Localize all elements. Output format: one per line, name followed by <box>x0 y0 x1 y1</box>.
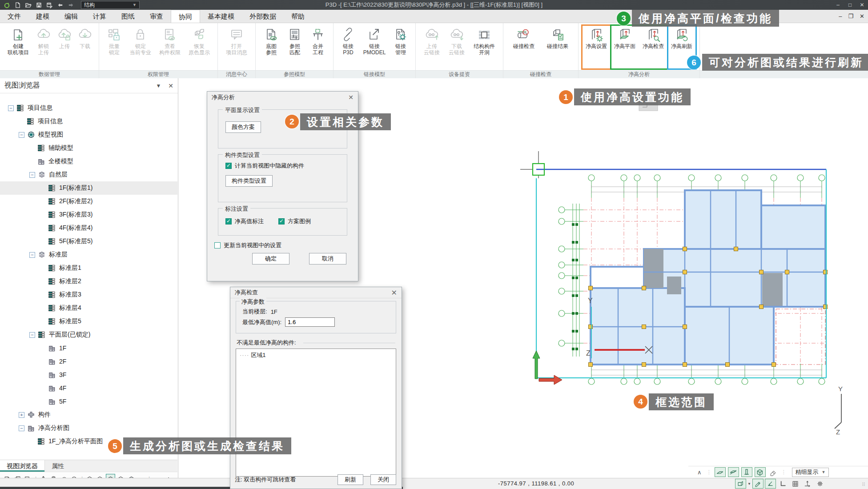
unlock-upload-button[interactable]: 解锁上传 <box>33 23 54 70</box>
upload-cloud-link-button[interactable]: 上传云链接 <box>420 23 444 70</box>
menu-collab[interactable]: 协同 <box>171 10 200 23</box>
tree-item-std-floor-1[interactable]: 标准层1 <box>0 261 177 275</box>
color-scheme-button[interactable]: 颜色方案 <box>225 121 261 133</box>
tree-item-floor-1f[interactable]: 1F(标准层1) <box>0 181 177 195</box>
menu-edit[interactable]: 编辑 <box>57 10 85 23</box>
tab-view-browser[interactable]: 视图浏览器 <box>0 460 45 472</box>
open-project-messages-button[interactable]: 打开项目消息 <box>222 23 251 70</box>
draw-line-button[interactable] <box>752 479 764 489</box>
panel-dropdown-icon[interactable]: ▼ <box>156 83 161 89</box>
menu-modeling[interactable]: 建模 <box>28 10 57 23</box>
structural-opening-button[interactable]: 结构构件开洞 <box>470 23 499 70</box>
resize-grip[interactable]: ⠿ <box>862 482 866 488</box>
tree-item-whole-building-model[interactable]: 全楼模型 <box>0 155 177 168</box>
column-display-button[interactable] <box>741 467 752 477</box>
solid-display-button[interactable] <box>755 467 766 477</box>
batch-lock-button[interactable]: 批量锁定 <box>103 23 125 70</box>
reference-match-button[interactable]: 参照匹配 <box>284 23 306 70</box>
collision-check-button[interactable]: 碰撞检查 <box>507 23 540 70</box>
save-icon[interactable] <box>35 1 43 9</box>
tree-item-plan-floors-locked[interactable]: −平面层(已锁定) <box>0 328 177 341</box>
calc-hidden-checkbox[interactable] <box>225 163 232 169</box>
tree-item-std-floor-5[interactable]: 标准层5 <box>0 315 177 328</box>
tree-item-model-views[interactable]: −模型视图 <box>0 128 177 141</box>
maximize-button[interactable]: □ <box>844 0 856 10</box>
tree-item-floor-4f[interactable]: 4F(标准层4) <box>0 221 177 235</box>
upload-button[interactable]: 上传 <box>55 23 74 70</box>
menu-review[interactable]: 审查 <box>142 10 171 23</box>
unsatisfied-components-list[interactable]: 区域1 <box>236 349 396 477</box>
tree-item-plan-1f[interactable]: 1F <box>0 341 177 355</box>
grid-toggle-button[interactable] <box>790 479 801 489</box>
download-button[interactable]: 下载 <box>75 23 95 70</box>
merge-project-button[interactable]: 合并工程 <box>307 23 329 70</box>
collapse-strip-button[interactable]: ∧ <box>695 469 704 476</box>
menu-external-data[interactable]: 外部数据 <box>242 10 284 23</box>
tree-item-plan-4f[interactable]: 4F <box>0 381 177 395</box>
new-file-icon[interactable] <box>13 1 21 9</box>
tree-item-clear-height-diagrams[interactable]: −净高分析图 <box>0 421 177 435</box>
minimize-button[interactable]: – <box>832 0 844 10</box>
snap-dropdown-arrow[interactable]: ▼ <box>747 482 751 486</box>
mdi-minimize-button[interactable]: – <box>839 13 842 20</box>
angle-snap-button[interactable] <box>765 479 776 489</box>
settings-button[interactable] <box>815 479 826 489</box>
close-icon[interactable]: ✕ <box>391 289 397 297</box>
redo-icon[interactable] <box>67 1 75 9</box>
min-height-input[interactable] <box>285 317 335 327</box>
update-view-checkbox[interactable] <box>214 242 221 249</box>
tree-item-std-floor-4[interactable]: 标准层4 <box>0 301 177 315</box>
height-value-checkbox[interactable] <box>225 218 232 224</box>
close-icon[interactable]: ✕ <box>348 94 354 101</box>
collapse-icon[interactable]: − <box>29 332 35 338</box>
create-online-project-button[interactable]: 创建联机项目 <box>4 23 32 70</box>
discipline-selector[interactable]: 结构▼ <box>81 1 140 9</box>
menu-file[interactable]: 文件 <box>0 10 28 23</box>
tree-item-aux-model[interactable]: 辅助模型 <box>0 141 177 155</box>
close-button[interactable]: 关闭 <box>370 474 396 485</box>
undo-icon[interactable] <box>56 1 64 9</box>
panel-close-icon[interactable]: ✕ <box>168 82 173 89</box>
collision-result-button[interactable]: 碰撞结果 <box>541 23 574 70</box>
expand-icon[interactable]: + <box>19 412 24 418</box>
tree-item-natural-floors[interactable]: −自然层 <box>0 168 177 181</box>
tree-item-std-floor-2[interactable]: 标准层2 <box>0 275 177 288</box>
restore-original-colors-button[interactable]: 恢复原色显示 <box>185 23 213 70</box>
download-cloud-link-button[interactable]: 下载云链接 <box>445 23 469 70</box>
tree-item-std-floor-3[interactable]: 标准层3 <box>0 288 177 301</box>
close-button[interactable]: ✕ <box>856 0 868 10</box>
slab-display-button[interactable] <box>715 467 726 477</box>
menu-basic-modeling[interactable]: 基本建模 <box>200 10 242 23</box>
axis-toggle-button[interactable] <box>802 479 813 489</box>
collapse-icon[interactable]: − <box>29 252 35 258</box>
mdi-close-button[interactable]: ✕ <box>860 13 864 20</box>
list-item-region[interactable]: 区域1 <box>240 351 392 359</box>
tab-properties[interactable]: 属性 <box>45 460 71 472</box>
tree-item-plan-2f[interactable]: 2F <box>0 355 177 368</box>
dialog-title-bar[interactable]: 净高检查 ✕ <box>230 287 402 298</box>
base-map-reference-button[interactable]: 底图参照 <box>260 23 283 70</box>
snap-settings-button[interactable] <box>735 479 746 489</box>
tree-item-plan-5f[interactable]: 5F <box>0 395 177 408</box>
tree-item-floor-5f[interactable]: 5F(标准层5) <box>0 235 177 248</box>
legend-checkbox[interactable] <box>278 218 285 224</box>
menu-calc[interactable]: 计算 <box>85 10 114 23</box>
link-pmodel-button[interactable]: 链接PMODEL <box>360 23 389 70</box>
collapse-icon[interactable]: − <box>29 172 35 178</box>
clear-height-settings-button[interactable]: 净高设置 <box>583 23 610 70</box>
menu-sheets[interactable]: 图纸 <box>114 10 142 23</box>
open-file-icon[interactable] <box>24 1 32 9</box>
tree-item-proj-info-root[interactable]: −项目信息 <box>0 101 177 115</box>
lock-current-discipline-button[interactable]: 锁定当前专业 <box>126 23 155 70</box>
cancel-button[interactable]: 取消 <box>309 253 346 265</box>
tree-item-components[interactable]: +构件 <box>0 408 177 421</box>
mdi-restore-button[interactable]: ❐ <box>848 13 853 20</box>
ortho-button[interactable] <box>777 479 788 489</box>
view-component-permissions-button[interactable]: 查看构件权限 <box>156 23 184 70</box>
tree-item-proj-info[interactable]: 项目信息 <box>0 115 177 128</box>
clear-height-plane-button[interactable]: 净高平面 <box>611 23 639 70</box>
collapse-icon[interactable]: − <box>19 132 24 138</box>
component-type-settings-button[interactable]: 构件类型设置 <box>225 175 273 187</box>
tree-item-standard-floors[interactable]: −标准层 <box>0 248 177 261</box>
dialog-title-bar[interactable]: 净高分析 ✕ <box>207 92 358 103</box>
